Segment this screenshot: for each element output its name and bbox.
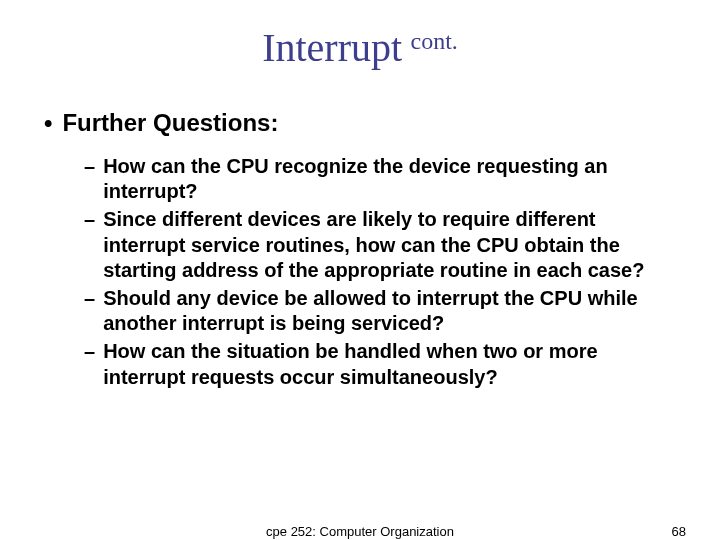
level2-item: – How can the situation be handled when … [84,339,680,390]
level2-item: – How can the CPU recognize the device r… [84,154,680,205]
question-text: How can the situation be handled when tw… [103,339,673,390]
level1-item: • Further Questions: [44,109,680,138]
level2-list: – How can the CPU recognize the device r… [44,154,680,390]
bullet-dash-icon: – [84,154,95,180]
bullet-dash-icon: – [84,286,95,312]
slide-content: • Further Questions: – How can the CPU r… [40,109,680,390]
footer-course: cpe 252: Computer Organization [266,524,454,539]
slide-title: Interrupt [262,25,402,70]
footer-page-number: 68 [672,524,686,539]
slide: Interrupt cont. • Further Questions: – H… [0,0,720,540]
bullet-dash-icon: – [84,339,95,365]
slide-title-wrap: Interrupt cont. [40,24,680,71]
slide-title-superscript: cont. [411,28,458,54]
level1-list: • Further Questions: [44,109,680,138]
bullet-dash-icon: – [84,207,95,233]
question-text: Should any device be allowed to interrup… [103,286,673,337]
bullet-dot-icon: • [44,109,52,138]
question-text: How can the CPU recognize the device req… [103,154,673,205]
level2-item: – Should any device be allowed to interr… [84,286,680,337]
question-text: Since different devices are likely to re… [103,207,673,284]
section-heading: Further Questions: [62,109,278,138]
level2-item: – Since different devices are likely to … [84,207,680,284]
